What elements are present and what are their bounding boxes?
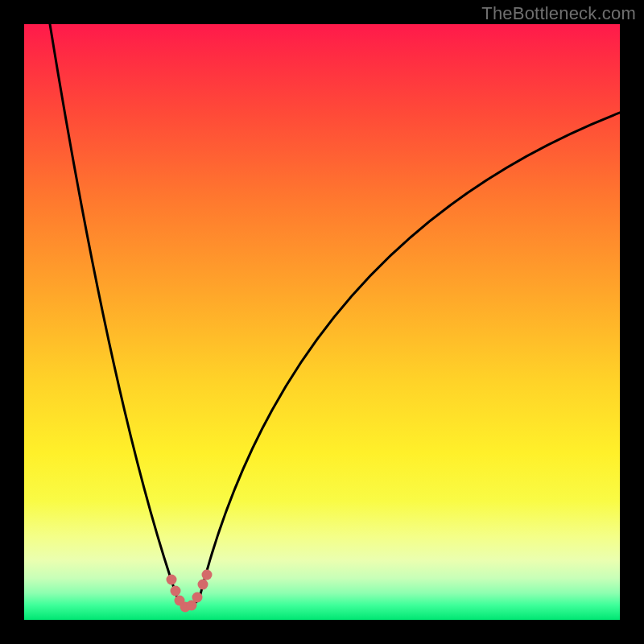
outer-frame: TheBottleneck.com [0, 0, 644, 644]
trough-marker [192, 592, 203, 603]
watermark-text: TheBottleneck.com [481, 3, 636, 24]
trough-marker [198, 580, 208, 590]
trough-marker [167, 575, 177, 585]
gradient-rect [24, 24, 620, 620]
trough-marker [202, 570, 213, 580]
chart-svg [24, 24, 620, 620]
trough-marker [171, 586, 181, 597]
plot-area [24, 24, 620, 620]
